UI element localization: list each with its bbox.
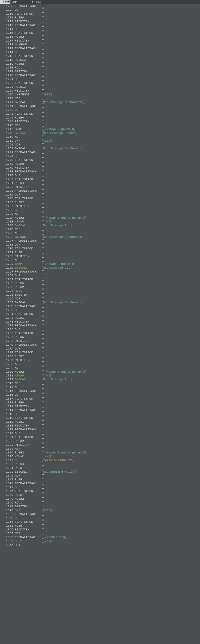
disasm-row[interactable]: 1225JMPIFNOT[3B00] bbox=[0, 93, 200, 97]
disasm-row[interactable]: 127CPUSH0[] bbox=[0, 162, 200, 166]
disasm-row[interactable]: 121CPUSH13[] bbox=[0, 58, 200, 62]
disasm-row[interactable]: 1313NOP[] bbox=[0, 381, 200, 385]
disasm-row[interactable]: 134ATOALTSTACK[] bbox=[0, 489, 200, 493]
disasm-row[interactable]: 131CTOALTSTACK[] bbox=[0, 416, 200, 420]
disasm-row[interactable]: 12D0DUP[] bbox=[0, 274, 200, 277]
disasm-row[interactable]: 1215TOALTSTACK[] bbox=[0, 31, 200, 35]
disasm-row[interactable]: 1325PUSH2[]//swap 0 and 2 param(0) bbox=[0, 451, 200, 455]
disasm-row[interactable]: 131DPUSH1[] bbox=[0, 420, 200, 424]
disasm-row[interactable]: 12D2PUSH5[] bbox=[0, 281, 200, 285]
disasm-row[interactable]: 134ESETITEM[] bbox=[0, 505, 200, 508]
disasm-row[interactable]: 12FCPUSH2[] bbox=[0, 354, 200, 358]
disasm-row[interactable]: 12FADUP[] bbox=[0, 347, 200, 351]
disasm-row[interactable]: 12F7PUSH5[] bbox=[0, 335, 200, 339]
disasm-row[interactable]: 1317TOALTSTACK[] bbox=[0, 397, 200, 401]
disasm-row[interactable]: 1353DUP[] bbox=[0, 516, 200, 520]
disasm-row[interactable]: 1355PUSH7[] bbox=[0, 524, 200, 528]
disasm-row[interactable]: 1289NOP[] bbox=[0, 212, 200, 216]
disasm-row[interactable]: 129ENOP[] bbox=[0, 231, 200, 235]
disasm-row[interactable]: 12FEADD[] bbox=[0, 362, 200, 366]
disasm-row[interactable]: 12BCNOP[] bbox=[0, 258, 200, 262]
disasm-row[interactable]: 1346NOP[] bbox=[0, 474, 200, 478]
disasm-row[interactable]: 1314NOP[] bbox=[0, 385, 200, 389]
disasm-row[interactable]: 127DPICKITEM[] bbox=[0, 166, 200, 170]
disasm-row[interactable]: 12F5DUP[] bbox=[0, 327, 200, 331]
disasm-row[interactable]: 121BTOALTSTACK[] bbox=[0, 54, 200, 58]
disasm-row[interactable]: 1320DUP[] bbox=[0, 431, 200, 435]
disasm-row[interactable]: 131BDUP[] bbox=[0, 412, 200, 416]
disasm-row[interactable]: 1219FROMALTSTACK[] bbox=[0, 46, 200, 50]
disasm-row[interactable]: 127ADUP[] bbox=[0, 154, 200, 158]
disasm-row[interactable]: 134FJMP[0300] bbox=[0, 508, 200, 512]
disasm-row[interactable]: 12EFFROMALTSTACK[] bbox=[0, 304, 200, 308]
disasm-row[interactable]: 1220FROMALTSTACK[] bbox=[0, 73, 200, 77]
disasm-row[interactable]: 12B9TOALTSTACK[] bbox=[0, 247, 200, 251]
disasm-row[interactable]: 1241FROMALTSTACK[] bbox=[0, 104, 200, 108]
disasm-row[interactable]: 1260NOP[] bbox=[0, 143, 200, 147]
disasm-row[interactable]: 12BDSWAP[]//swap 2 param(0) bbox=[0, 262, 200, 266]
disasm-row[interactable]: 1301XSWAP[]//(0) bbox=[0, 374, 200, 378]
disasm-row[interactable]: 1330PUSH4[] bbox=[0, 462, 200, 466]
disasm-row[interactable]: 1321TOALTSTACK[] bbox=[0, 435, 200, 439]
disasm-row[interactable]: 127BTOALTSTACK[] bbox=[0, 158, 200, 162]
disasm-row[interactable]: 125CNOP[] bbox=[0, 135, 200, 139]
disasm-row[interactable]: 12F3PICKITEM[] bbox=[0, 320, 200, 324]
disasm-row[interactable]: 12F6TOALTSTACK[] bbox=[0, 331, 200, 335]
disasm-row[interactable]: 1354TOALTSTACK[] bbox=[0, 520, 200, 524]
disasm-row[interactable]: 1347PUSH1[] bbox=[0, 478, 200, 481]
disasm-row[interactable]: 1357NOP[] bbox=[0, 532, 200, 535]
disasm-row[interactable]: 1326XSWAP[]//(0) bbox=[0, 455, 200, 458]
disasm-row[interactable]: 13278[7472616E73666572] bbox=[0, 458, 200, 462]
disasm-row[interactable]: 1318PUSH0[] bbox=[0, 401, 200, 404]
disasm-row[interactable]: 1349DUP[] bbox=[0, 485, 200, 489]
disasm-row[interactable]: 1282PICKITEM[] bbox=[0, 185, 200, 189]
disasm-row[interactable]: 12F2PUSH1[] bbox=[0, 316, 200, 320]
disasm-row[interactable]: 1358FROMALTSTACK[]//endcode(0) bbox=[0, 535, 200, 539]
disasm-row[interactable]: 129FSYSCALL[Neo.Storage.GetContext] bbox=[0, 235, 200, 239]
disasm-row[interactable]: 1281PUSH4[] bbox=[0, 181, 200, 185]
disasm-row[interactable]: 12BBPICKITEM[] bbox=[0, 254, 200, 258]
disasm-row[interactable]: 121FSETITEM[] bbox=[0, 70, 200, 73]
disasm-row[interactable]: 1243TOALTSTACK[] bbox=[0, 112, 200, 116]
disasm-row[interactable]: 12D5SETITEM[] bbox=[0, 293, 200, 297]
disasm-row[interactable]: 1323PICKITEM[] bbox=[0, 443, 200, 447]
disasm-row[interactable]: 135ARET[] bbox=[0, 543, 200, 547]
disasm-row[interactable]: 1315FROMALTSTACK[] bbox=[0, 389, 200, 393]
disasm-row[interactable]: 121ADUP[] bbox=[0, 50, 200, 54]
disasm-row[interactable]: 1248SYSCALL[Neo.Storage.Delete] bbox=[0, 131, 200, 135]
disasm-row[interactable]: 1217PICKITEM[] bbox=[0, 39, 200, 43]
disasm-row[interactable]: 12D1TOALTSTACK[] bbox=[0, 277, 200, 281]
disasm-row[interactable]: 1244PUSH0[] bbox=[0, 116, 200, 120]
disasm-row[interactable]: 1210TOALTSTACK[] bbox=[0, 12, 200, 16]
disasm-row[interactable]: 1242DUP[] bbox=[0, 108, 200, 112]
disasm-row[interactable]: 131AFROMALTSTACK[] bbox=[0, 408, 200, 412]
disasm-row[interactable]: 12B7FROMALTSTACK[] bbox=[0, 239, 200, 243]
disasm-row[interactable]: 127EFROMALTSTACK[] bbox=[0, 170, 200, 174]
disasm-row[interactable]: 12FBTOALTSTACK[] bbox=[0, 351, 200, 354]
disasm-row[interactable]: 12BAPUSH1[] bbox=[0, 251, 200, 254]
disasm-row[interactable]: 134DROLL[] bbox=[0, 501, 200, 505]
disasm-row[interactable]: 131FFROMALTSTACK[] bbox=[0, 428, 200, 431]
disasm-row[interactable]: 12F1TOALTSTACK[] bbox=[0, 312, 200, 316]
disasm-row[interactable]: 1324NOP[] bbox=[0, 447, 200, 451]
disasm-row[interactable]: 1288SUB[] bbox=[0, 208, 200, 212]
disasm-row[interactable]: 1213FROMALTSTACK[] bbox=[0, 23, 200, 27]
disasm-row[interactable]: 131EPICKITEM[] bbox=[0, 424, 200, 428]
disasm-row[interactable]: 128CSYSCALL[Neo.Storage.Put] bbox=[0, 224, 200, 227]
disasm-row[interactable]: 1283FROMALTSTACK[] bbox=[0, 189, 200, 193]
disasm-row[interactable]: 12D7SYSCALL[Neo.Storage.GetContext] bbox=[0, 301, 200, 304]
disasm-row[interactable]: 12D4ROLL[] bbox=[0, 289, 200, 293]
disasm-row[interactable]: 1228NOP[] bbox=[0, 97, 200, 100]
disasm-row[interactable]: 128BXSWAP[]//(0) bbox=[0, 220, 200, 224]
disasm-row[interactable]: 12F9FROMALTSTACK[] bbox=[0, 343, 200, 347]
disasm-row[interactable]: 127FDUP[] bbox=[0, 174, 200, 177]
disasm-row[interactable]: 120EFROMALTSTACK[] bbox=[0, 4, 200, 8]
disasm-row[interactable]: 1356PICKITEM[] bbox=[0, 528, 200, 532]
disasm-row[interactable]: 120FDUP[] bbox=[0, 8, 200, 12]
disasm-row[interactable]: 1214DUP[] bbox=[0, 27, 200, 31]
disasm-row[interactable]: 1279FROMALTSTACK[] bbox=[0, 150, 200, 154]
disasm-row[interactable]: 12D6NOP[] bbox=[0, 297, 200, 301]
disasm-row[interactable]: 1285TOALTSTACK[] bbox=[0, 197, 200, 200]
disasm-row[interactable]: 1352FROMALTSTACK[] bbox=[0, 512, 200, 516]
disasm-row[interactable]: 12FDPICKITEM[] bbox=[0, 358, 200, 362]
